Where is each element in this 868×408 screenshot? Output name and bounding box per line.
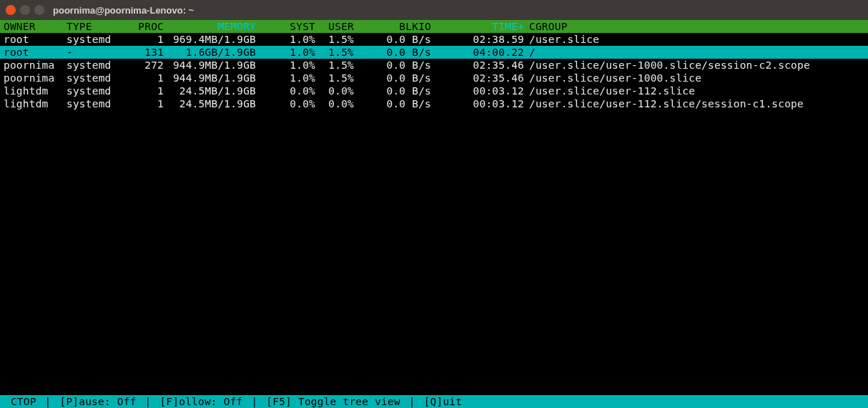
terminal[interactable]: OWNER TYPE PROC MEMORY SYST USER BLKIO T… — [0, 20, 868, 408]
cell-time: 02:35.46 — [432, 72, 525, 84]
table-header: OWNER TYPE PROC MEMORY SYST USER BLKIO T… — [0, 20, 868, 33]
cell-syst: 1.0% — [259, 46, 316, 59]
cell-syst: 0.0% — [259, 84, 316, 97]
cell-proc: 1 — [133, 72, 164, 84]
window-title: poornima@poornima-Lenovo: ~ — [53, 5, 194, 16]
table-body: rootsystemd1969.4MB/1.9GB1.0%1.5%0.0 B/s… — [0, 33, 868, 110]
cell-owner: lightdm — [0, 84, 66, 97]
cell-type: systemd — [66, 97, 133, 110]
hdr-proc: PROC — [133, 20, 164, 33]
table-row[interactable]: lightdmsystemd124.5MB/1.9GB0.0%0.0%0.0 B… — [0, 84, 868, 97]
cell-cgroup: /user.slice/user-1000.slice/session-c2.s… — [525, 59, 868, 72]
status-pause[interactable]: [P]ause: Off — [54, 395, 143, 408]
cell-time: 00:03.12 — [432, 97, 525, 110]
hdr-user: USER — [316, 20, 355, 33]
cell-proc: 1 — [133, 84, 164, 97]
cell-syst: 1.0% — [259, 59, 316, 72]
cell-proc: 272 — [133, 59, 164, 72]
cell-user: 1.5% — [316, 33, 355, 46]
maximize-icon[interactable] — [34, 5, 44, 15]
cell-user: 0.0% — [316, 97, 355, 110]
cell-cgroup: /user.slice/user-1000.slice — [525, 72, 868, 84]
hdr-time: TIME+ — [432, 20, 525, 33]
status-toggle[interactable]: [F5] Toggle tree view — [260, 395, 406, 408]
minimize-icon[interactable] — [20, 5, 30, 15]
cell-type: systemd — [66, 84, 133, 97]
cell-blkio: 0.0 B/s — [355, 97, 432, 110]
table-row[interactable]: rootsystemd1969.4MB/1.9GB1.0%1.5%0.0 B/s… — [0, 33, 868, 46]
cell-memory: 24.5MB/1.9GB — [164, 84, 259, 97]
cell-user: 1.5% — [316, 59, 355, 72]
cell-owner: lightdm — [0, 97, 66, 110]
cell-type: - — [66, 46, 133, 59]
cell-owner: root — [0, 33, 66, 46]
hdr-type: TYPE — [66, 20, 133, 33]
cell-owner: root — [0, 46, 66, 59]
cell-time: 04:00.22 — [432, 46, 525, 59]
status-app: CTOP — [4, 395, 43, 408]
close-icon[interactable] — [6, 5, 16, 15]
cell-time: 00:03.12 — [432, 84, 525, 97]
cell-type: systemd — [66, 59, 133, 72]
cell-blkio: 0.0 B/s — [355, 84, 432, 97]
cell-owner: poornima — [0, 59, 66, 72]
cell-type: systemd — [66, 72, 133, 84]
table-row[interactable]: poornimasystemd1944.9MB/1.9GB1.0%1.5%0.0… — [0, 72, 868, 84]
cell-user: 0.0% — [316, 84, 355, 97]
cell-blkio: 0.0 B/s — [355, 72, 432, 84]
cell-time: 02:38.59 — [432, 33, 525, 46]
window-titlebar: poornima@poornima-Lenovo: ~ — [0, 0, 868, 20]
terminal-empty-area — [0, 110, 868, 395]
cell-memory: 969.4MB/1.9GB — [164, 33, 259, 46]
hdr-syst: SYST — [259, 20, 316, 33]
cell-cgroup: /user.slice/user-112.slice/session-c1.sc… — [525, 97, 868, 110]
cell-memory: 944.9MB/1.9GB — [164, 72, 259, 84]
status-bar: CTOP | [P]ause: Off | [F]ollow: Off | [F… — [0, 395, 868, 408]
hdr-memory: MEMORY — [164, 20, 259, 33]
table-row[interactable]: lightdmsystemd124.5MB/1.9GB0.0%0.0%0.0 B… — [0, 97, 868, 110]
hdr-cgroup: CGROUP — [525, 20, 868, 33]
cell-type: systemd — [66, 33, 133, 46]
cell-blkio: 0.0 B/s — [355, 59, 432, 72]
cell-user: 1.5% — [316, 72, 355, 84]
hdr-owner: OWNER — [0, 20, 66, 33]
cell-memory: 944.9MB/1.9GB — [164, 59, 259, 72]
cell-cgroup: /user.slice/user-112.slice — [525, 84, 868, 97]
cell-proc: 1 — [133, 97, 164, 110]
cell-blkio: 0.0 B/s — [355, 46, 432, 59]
cell-owner: poornima — [0, 72, 66, 84]
status-follow[interactable]: [F]ollow: Off — [154, 395, 250, 408]
cell-cgroup: /user.slice — [525, 33, 868, 46]
table-row[interactable]: root-1311.6GB/1.9GB1.0%1.5%0.0 B/s04:00.… — [0, 46, 868, 59]
table-row[interactable]: poornimasystemd272944.9MB/1.9GB1.0%1.5%0… — [0, 59, 868, 72]
cell-cgroup: / — [525, 46, 868, 59]
cell-time: 02:35.46 — [432, 59, 525, 72]
cell-syst: 1.0% — [259, 33, 316, 46]
cell-syst: 1.0% — [259, 72, 316, 84]
cell-memory: 1.6GB/1.9GB — [164, 46, 259, 59]
cell-proc: 1 — [133, 33, 164, 46]
cell-syst: 0.0% — [259, 97, 316, 110]
status-quit[interactable]: [Q]uit — [418, 395, 463, 408]
cell-memory: 24.5MB/1.9GB — [164, 97, 259, 110]
cell-user: 1.5% — [316, 46, 355, 59]
hdr-blkio: BLKIO — [355, 20, 432, 33]
cell-proc: 131 — [133, 46, 164, 59]
cell-blkio: 0.0 B/s — [355, 33, 432, 46]
